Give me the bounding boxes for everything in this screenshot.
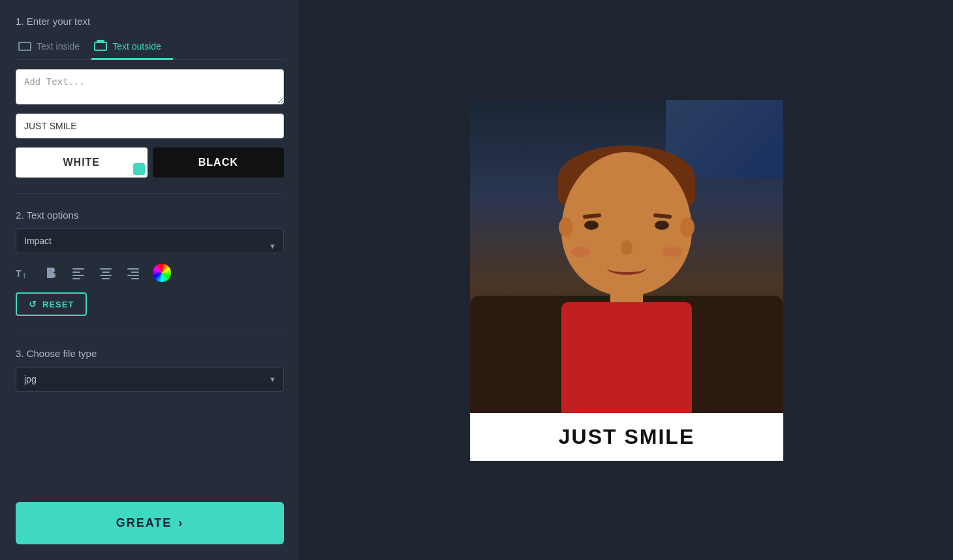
boy-shirt: [561, 302, 692, 413]
color-picker-icon[interactable]: [153, 264, 171, 282]
svg-rect-12: [127, 275, 139, 276]
svg-rect-5: [72, 278, 80, 279]
svg-rect-3: [72, 272, 80, 273]
reset-icon: ↺: [29, 299, 37, 309]
reset-label: RESET: [42, 300, 74, 309]
font-select-wrapper: Impact Arial Comic Sans MS Georgia Times…: [16, 228, 284, 264]
align-right-icon[interactable]: [125, 265, 141, 281]
svg-rect-13: [131, 278, 139, 279]
boy-ear-right: [680, 217, 695, 237]
svg-rect-6: [100, 268, 112, 270]
reset-button[interactable]: ↺ RESET: [16, 292, 87, 316]
bold-icon[interactable]: [43, 265, 59, 281]
boy-eye-right: [655, 221, 669, 230]
text-inside-icon: [18, 42, 31, 51]
tab-text-inside[interactable]: Text inside: [16, 35, 91, 60]
section-1: 1. Enter your text Text inside Text outs…: [16, 16, 284, 178]
btn-white[interactable]: WHITE: [16, 148, 148, 178]
cheek-left: [571, 247, 591, 257]
svg-rect-7: [102, 272, 110, 273]
font-select[interactable]: Impact Arial Comic Sans MS Georgia Times…: [16, 228, 284, 253]
svg-rect-9: [102, 278, 110, 279]
meme-caption: JUST SMILE: [470, 413, 783, 461]
boy-ear-left: [559, 217, 573, 237]
boy-eye-left: [584, 221, 599, 230]
font-size-icon[interactable]: T t: [16, 265, 31, 281]
text-input-top[interactable]: [16, 69, 284, 104]
align-left-icon[interactable]: [70, 265, 86, 281]
svg-text:T: T: [16, 268, 22, 279]
greate-label: GREATE: [116, 516, 172, 530]
section-3-title: 3. Choose file type: [16, 348, 284, 359]
boy-nose: [621, 240, 633, 255]
svg-rect-4: [72, 275, 84, 276]
align-center-icon[interactable]: [98, 265, 114, 281]
meme-container: JUST SMILE: [470, 100, 783, 461]
boy-smile: [607, 262, 646, 275]
cheek-right: [663, 247, 682, 257]
section-1-title: 1. Enter your text: [16, 16, 284, 27]
color-buttons: WHITE BLACK: [16, 148, 284, 178]
greate-arrow-icon: ›: [178, 516, 183, 530]
tabs: Text inside Text outside: [16, 35, 284, 60]
right-panel: JUST SMILE: [300, 0, 953, 560]
tab-text-outside[interactable]: Text outside: [91, 35, 173, 60]
divider-2: [16, 332, 284, 332]
svg-rect-10: [127, 268, 139, 270]
divider-1: [16, 193, 284, 194]
text-input-bottom[interactable]: [16, 114, 284, 138]
section-3: 3. Choose file type jpg png gif: [16, 348, 284, 392]
text-outside-icon: [94, 42, 107, 51]
svg-text:t: t: [23, 272, 25, 279]
svg-rect-11: [131, 272, 139, 273]
section-2-title: 2. Text options: [16, 210, 284, 221]
section-2: 2. Text options Impact Arial Comic Sans …: [16, 210, 284, 316]
tab-outside-label: Text outside: [112, 41, 161, 52]
filetype-select[interactable]: jpg png gif: [16, 367, 284, 392]
meme-image: [470, 100, 783, 413]
text-tools: T t: [16, 264, 284, 282]
tab-inside-label: Text inside: [37, 41, 80, 52]
btn-black[interactable]: BLACK: [153, 148, 285, 178]
greate-button[interactable]: GREATE ›: [16, 502, 284, 544]
svg-rect-8: [100, 275, 112, 276]
svg-rect-2: [72, 268, 84, 270]
filetype-select-wrapper: jpg png gif: [16, 367, 284, 392]
left-panel: 1. Enter your text Text inside Text outs…: [0, 0, 300, 560]
